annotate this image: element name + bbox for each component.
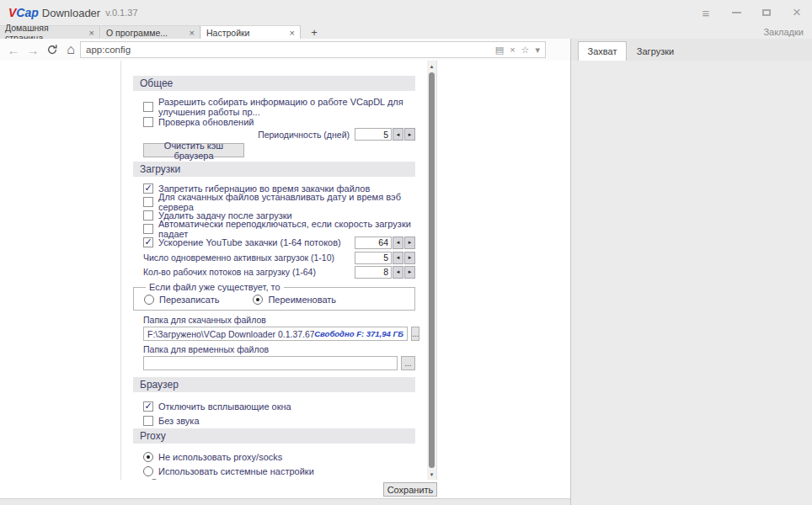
check-icon: ✓ <box>144 183 152 193</box>
tab-close-icon[interactable]: × <box>89 28 94 38</box>
checkbox[interactable]: ✓ <box>143 237 153 247</box>
download-folder-input[interactable]: F:\Загружено\VCap Downloader 0.1.37.6739… <box>143 327 408 341</box>
spin-decrement-icon[interactable]: ◂ <box>393 237 403 249</box>
section-header-browser: Браузер <box>133 377 415 392</box>
tab-about[interactable]: О программе... × <box>101 25 200 39</box>
menu-icon[interactable]: ≡ <box>691 0 721 25</box>
radio[interactable] <box>143 466 153 476</box>
checkbox-youtube-boost[interactable]: ✓ Ускорение YouTube закачки (1-64 потоко… <box>133 236 415 249</box>
worker-threads-row: Кол-во рабочих потоков на загрузку (1-64… <box>133 265 415 279</box>
home-button[interactable]: ⌂ <box>62 39 79 61</box>
radio-custom-proxy[interactable]: Proxy <box>149 479 187 480</box>
period-label: Периодичность (дней) <box>258 130 350 140</box>
checkbox-label: Без звука <box>158 416 200 426</box>
browse-temp-folder-button[interactable]: ... <box>401 356 415 370</box>
radio-no-proxy[interactable]: Не использовать proxy/socks <box>133 450 415 463</box>
radio-overwrite[interactable]: Перезаписать <box>144 295 219 305</box>
download-folder-label: Папка для скачанных файлов <box>143 315 415 325</box>
browser-tabbar: Домашняя страница × О программе... × Нас… <box>0 25 812 39</box>
radio[interactable] <box>143 452 153 462</box>
spin-increment-icon[interactable]: ▸ <box>404 266 415 279</box>
settings-scrollbar[interactable]: ▴ ▾ <box>427 61 436 480</box>
temp-folder-input[interactable] <box>143 356 398 370</box>
spin-decrement-icon[interactable]: ◂ <box>393 128 403 141</box>
address-bar[interactable]: ▤ × ☆ ▾ <box>80 41 546 58</box>
checkbox-mute[interactable]: ✓ Без звука <box>133 414 415 427</box>
bottom-strip <box>0 498 570 505</box>
checkbox-label: Ускорение YouTube закачки (1-64 потоков) <box>158 237 350 247</box>
spin-decrement-icon[interactable]: ◂ <box>393 266 403 279</box>
checkbox[interactable]: ✓ <box>143 416 153 426</box>
forward-button[interactable]: → <box>24 39 41 61</box>
checkbox[interactable]: ✓ <box>143 183 153 194</box>
address-input[interactable] <box>81 45 495 55</box>
bookmarks-label[interactable]: Закладки <box>763 25 804 39</box>
tab-home-page[interactable]: Домашняя страница × <box>0 25 100 39</box>
back-button[interactable]: ← <box>5 39 22 61</box>
radio[interactable] <box>149 479 159 480</box>
spin-increment-icon[interactable]: ▸ <box>404 128 415 141</box>
tab-settings[interactable]: Настройки × <box>201 25 301 39</box>
checkbox-auto-reconnect[interactable]: ✓ Автоматически переподключаться, если с… <box>133 222 415 235</box>
spin-increment-icon[interactable]: ▸ <box>404 237 415 249</box>
logo-cap: Cap <box>16 6 38 19</box>
refresh-icon <box>46 44 58 56</box>
tab-downloads-panel[interactable]: Загрузки <box>630 41 681 61</box>
radio[interactable] <box>144 295 154 305</box>
maximize-button[interactable] <box>751 0 782 25</box>
clear-icon[interactable]: × <box>510 45 515 55</box>
new-tab-button[interactable]: + <box>306 25 323 39</box>
checkbox-server-datetime[interactable]: ✓ Для скачанных файлов устанавливать дат… <box>133 195 415 208</box>
radio[interactable] <box>253 295 263 305</box>
checkbox-block-popups[interactable]: ✓ Отключить всплывающие окна <box>133 400 415 412</box>
active-downloads-input[interactable] <box>355 252 392 264</box>
radio-label: Перезаписать <box>159 295 219 305</box>
save-button[interactable]: Сохранить <box>383 482 437 497</box>
spin-decrement-icon[interactable]: ◂ <box>393 252 403 264</box>
app-name: Downloader <box>42 7 100 19</box>
right-panel-content <box>571 61 812 505</box>
browse-download-folder-button[interactable]: ... <box>411 327 419 341</box>
youtube-threads-input[interactable] <box>355 237 392 249</box>
proxy-group: Proxy <box>133 479 415 480</box>
address-bar-icons: ▤ × ☆ ▾ <box>495 45 545 56</box>
radio-rename[interactable]: Переименовать <box>253 295 336 305</box>
section-header-proxy: Proxy <box>133 428 415 444</box>
worker-threads-input[interactable] <box>355 266 392 279</box>
tab-capture[interactable]: Захват <box>578 41 627 61</box>
checkbox-check-updates[interactable]: ✓ Проверка обновлений <box>133 115 415 128</box>
check-icon: ✓ <box>144 401 152 411</box>
star-icon[interactable]: ☆ <box>521 45 530 56</box>
refresh-button[interactable] <box>44 39 61 61</box>
radio-system-proxy[interactable]: Использовать системные настройки <box>133 465 415 477</box>
dropdown-icon[interactable]: ▾ <box>535 45 540 56</box>
checkbox[interactable]: ✓ <box>143 210 153 221</box>
worker-threads-spinner[interactable]: ◂ ▸ <box>355 266 415 279</box>
period-input[interactable] <box>355 128 392 141</box>
checkbox[interactable]: ✓ <box>143 197 153 207</box>
clear-cache-button[interactable]: Очистить кэш браузера <box>143 143 244 157</box>
tab-close-icon[interactable]: × <box>190 28 195 38</box>
download-folder-path: F:\Загружено\VCap Downloader 0.1.37.6739… <box>147 329 314 339</box>
scroll-down-icon[interactable]: ▾ <box>427 469 436 480</box>
checkbox[interactable]: ✓ <box>143 224 153 234</box>
period-spinner[interactable]: ◂ ▸ <box>355 128 415 141</box>
tab-close-icon[interactable]: × <box>290 28 295 38</box>
checkbox-collect-info[interactable]: ✓ Разрешить собирать информацию о работе… <box>133 100 415 113</box>
settings-panel: Общее ✓ Разрешить собирать информацию о … <box>120 61 437 480</box>
checkbox[interactable]: ✓ <box>143 102 153 112</box>
app-version: v.0.1.37 <box>105 8 137 18</box>
active-downloads-spinner[interactable]: ◂ ▸ <box>355 252 415 264</box>
checkbox[interactable]: ✓ <box>143 401 153 412</box>
spin-increment-icon[interactable]: ▸ <box>404 252 415 264</box>
close-button[interactable]: × <box>782 0 812 25</box>
checkbox[interactable]: ✓ <box>143 117 153 127</box>
scroll-up-icon[interactable]: ▴ <box>427 61 436 72</box>
temp-folder-row: ... <box>143 356 415 370</box>
temp-folder-label: Папка для временных файлов <box>143 344 415 354</box>
page-icon[interactable]: ▤ <box>495 45 504 56</box>
youtube-threads-spinner[interactable]: ◂ ▸ <box>355 237 415 249</box>
scrollbar-thumb[interactable] <box>429 72 435 468</box>
checkbox-label: Разрешить собирать информацию о работе V… <box>158 97 415 117</box>
minimize-button[interactable] <box>721 0 751 25</box>
